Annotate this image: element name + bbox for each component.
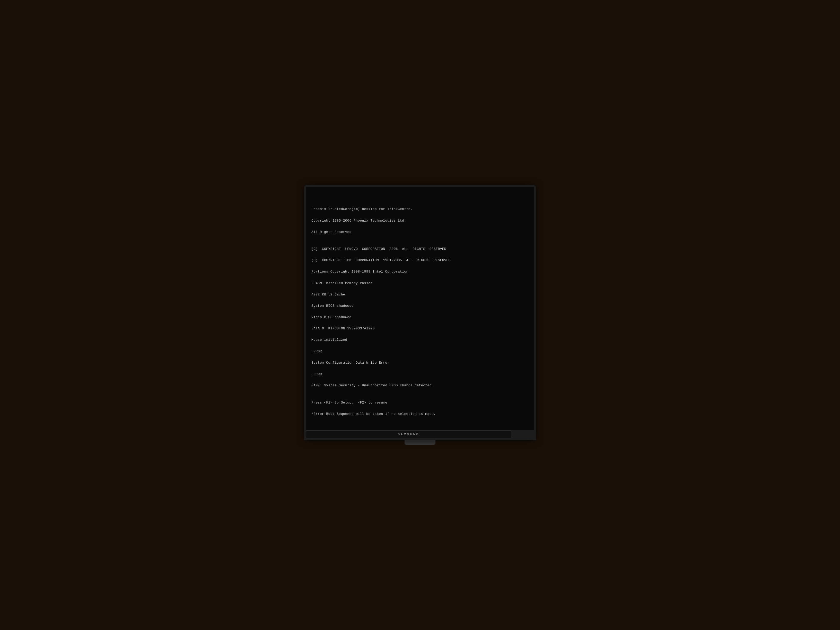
bios-line: Mouse initialized [311, 337, 526, 343]
bios-line: (C) COPYRIGHT LENOVO CORPORATION 2006 AL… [311, 246, 526, 252]
bios-line: SATA 0: KINGSTON SV300S37A120G [311, 326, 526, 332]
monitor-stand [404, 440, 436, 445]
bios-line: Video BIOS shadowed [311, 314, 526, 320]
bios-line: 4072 KB L2 Cache [311, 292, 526, 297]
bios-line: Phoenix TrustedCore(tm) DeskTop for Thin… [311, 207, 526, 212]
bios-line: Portions Copyright 1998-1999 Intel Corpo… [311, 269, 526, 275]
monitor-brand-label: SAMSUNG [398, 433, 420, 436]
bios-line [311, 241, 526, 246]
bios-output: Phoenix TrustedCore(tm) DeskTop for Thin… [311, 195, 526, 423]
bios-line: System Configuration Data Write Error [311, 360, 526, 366]
bios-line: Copyright 1985-2006 Phoenix Technologies… [311, 218, 526, 224]
monitor-brand-bar: SAMSUNG [306, 430, 511, 438]
monitor-frame: Phoenix TrustedCore(tm) DeskTop for Thin… [304, 185, 536, 440]
bios-line: Press <F1> to Setup, <F2> to resume [311, 400, 526, 406]
bios-line: System BIOS shadowed [311, 303, 526, 309]
bios-line: 0197: System Security - Unauthorized CMO… [311, 383, 526, 388]
bios-line: ERROR [311, 371, 526, 377]
bios-line: (C) COPYRIGHT IBM CORPORATION 1981-2005 … [311, 257, 526, 263]
bios-line: All Rights Reserved [311, 229, 526, 235]
bios-line: 2048M Installed Memory Passed [311, 281, 526, 286]
bios-line: *Error Boot Sequence will be taken if no… [311, 411, 526, 417]
bios-screen: Phoenix TrustedCore(tm) DeskTop for Thin… [306, 187, 534, 430]
bios-line [311, 394, 526, 399]
bios-line: ERROR [311, 349, 526, 354]
